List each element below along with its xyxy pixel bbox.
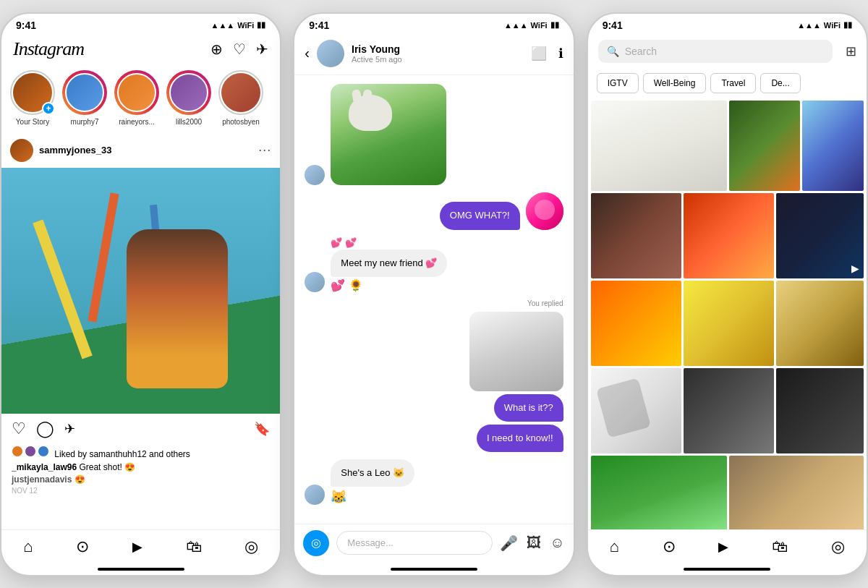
grid-cell[interactable] — [591, 101, 727, 191]
nav-shop[interactable]: 🛍 — [772, 537, 788, 556]
chat-username: Iris Young — [352, 43, 402, 55]
tab-wellbeing[interactable]: Well-Being — [643, 73, 707, 93]
chat-input-icons: 🎤 🖼 ☺ — [500, 534, 564, 552]
grid-cell[interactable] — [729, 101, 800, 191]
add-story-button[interactable]: + — [42, 102, 55, 115]
grid-cell[interactable] — [776, 368, 864, 453]
gallery-icon[interactable]: 🖼 — [527, 534, 541, 551]
messenger-icon[interactable]: ✈ — [256, 41, 268, 58]
chat-user-avatar — [317, 40, 344, 67]
info-icon[interactable]: ℹ — [558, 46, 563, 61]
story-your[interactable]: + Your Story — [10, 70, 55, 126]
status-bar-chat: 9:41 ▲▲▲ WiFi ▮▮ — [294, 14, 573, 34]
post-date: NOV 12 — [1, 485, 280, 499]
nav-profile[interactable]: ◎ — [831, 537, 845, 556]
bottom-nav-feed: ⌂ ⊙ ▶ 🛍 ◎ — [1, 529, 280, 568]
nav-home[interactable]: ⌂ — [23, 537, 33, 556]
post-more-icon[interactable]: ··· — [258, 142, 271, 158]
post-comment: justjennadavis 😍 — [1, 474, 280, 485]
back-button[interactable]: ‹ — [305, 45, 310, 61]
chat-user-text: Iris Young Active 5m ago — [352, 43, 402, 64]
grid-cell[interactable] — [684, 281, 774, 366]
phone-explore: 9:41 ▲▲▲ WiFi ▮▮ 🔍 Search ⊞ IGTV Well-Be… — [587, 12, 868, 576]
tab-igtv[interactable]: IGTV — [597, 73, 639, 93]
sticker-icon[interactable]: ☺ — [550, 534, 564, 551]
instagram-logo: Instagram — [13, 38, 84, 60]
status-time: 9:41 — [603, 20, 623, 31]
grid-cell[interactable] — [802, 101, 864, 191]
heart-icon[interactable]: ♡ — [233, 41, 246, 58]
explore-grid: ▶ — [588, 99, 867, 529]
grid-cell[interactable] — [591, 368, 681, 453]
reply-label: You replied — [527, 299, 563, 307]
status-bar-explore: 9:41 ▲▲▲ WiFi ▮▮ — [588, 14, 867, 34]
grid-cell[interactable] — [684, 193, 774, 278]
signal-icon: ▲▲▲ — [504, 21, 528, 30]
comment-button[interactable]: ◯ — [36, 419, 54, 438]
chat-messages: OMG WHAT?! 💕 💕 Meet my new friend 💕 💕 🌻 — [294, 75, 573, 524]
story-label: photosbyen — [222, 118, 260, 126]
status-icons: ▲▲▲ WiFi ▮▮ — [211, 20, 266, 30]
nav-search[interactable]: ⊙ — [663, 537, 676, 556]
paw-emoji: 💕 — [331, 279, 345, 291]
grid-cell[interactable]: ▶ — [776, 193, 864, 278]
search-input[interactable]: Search — [625, 46, 824, 57]
received-image — [331, 84, 446, 185]
grid-row-5 — [591, 456, 864, 529]
caption-username: _mikayla_law96 — [12, 462, 77, 472]
wifi-icon: WiFi — [824, 21, 841, 30]
message-input[interactable]: Message... — [336, 531, 493, 555]
reels-overlay-icon: ▶ — [851, 263, 859, 274]
message-leo: She's a Leo 🐱 😹 — [305, 459, 563, 505]
comment-username: justjennadavis — [12, 474, 72, 485]
message-placeholder: Message... — [347, 537, 393, 548]
post-actions-left: ♡ ◯ ✈ — [12, 419, 75, 438]
nav-home[interactable]: ⌂ — [610, 537, 619, 556]
battery-icon: ▮▮ — [843, 20, 852, 30]
like-button[interactable]: ♡ — [12, 419, 26, 438]
story-murphy7[interactable]: murphy7 — [62, 70, 107, 126]
search-bar[interactable]: 🔍 Search — [598, 40, 833, 63]
grid-cell[interactable] — [776, 281, 864, 366]
qr-icon[interactable]: ⊞ — [846, 43, 856, 59]
story-lills2000[interactable]: lills2000 — [166, 70, 211, 126]
phone-chat: 9:41 ▲▲▲ WiFi ▮▮ ‹ Iris Young Active 5m … — [293, 12, 574, 576]
video-call-icon[interactable]: ⬜ — [531, 46, 547, 61]
grid-cell[interactable] — [591, 281, 681, 366]
share-button[interactable]: ✈ — [64, 421, 75, 437]
story-photosbyen[interactable]: photosbyen — [218, 70, 263, 126]
post-avatar — [10, 139, 33, 162]
nav-search[interactable]: ⊙ — [76, 537, 89, 556]
search-icon: 🔍 — [607, 46, 619, 57]
nav-profile[interactable]: ◎ — [244, 537, 258, 556]
post-user[interactable]: sammyjones_33 — [10, 139, 111, 162]
wifi-icon: WiFi — [237, 21, 254, 30]
grid-cell[interactable] — [729, 456, 864, 529]
status-icons: ▲▲▲ WiFi ▮▮ — [504, 20, 559, 30]
new-post-icon[interactable]: ⊕ — [210, 41, 223, 58]
grid-cell[interactable] — [591, 193, 681, 278]
nav-reels[interactable]: ▶ — [132, 539, 142, 555]
sender-avatar — [305, 272, 325, 292]
save-button[interactable]: 🔖 — [254, 421, 270, 437]
caption-text: Great shot! 😍 — [79, 462, 135, 472]
nav-shop[interactable]: 🛍 — [186, 537, 202, 556]
message-new-friend: 💕 💕 Meet my new friend 💕 💕 🌻 — [305, 237, 563, 292]
received-bubble-friend: Meet my new friend 💕 — [331, 250, 447, 277]
header-icons: ⊕ ♡ ✈ — [210, 41, 268, 58]
mic-icon[interactable]: 🎤 — [500, 534, 518, 552]
status-time: 9:41 — [16, 20, 36, 31]
camera-button[interactable]: ◎ — [303, 530, 329, 556]
battery-icon: ▮▮ — [257, 20, 265, 30]
grid-cell[interactable] — [591, 456, 727, 529]
story-raineyors[interactable]: raineyors... — [114, 70, 159, 126]
tab-travel[interactable]: Travel — [710, 73, 756, 93]
reply-group: You replied What is it?? I need to know!… — [469, 299, 563, 452]
story-label: Your Story — [16, 118, 49, 126]
grid-cell[interactable] — [684, 368, 774, 453]
nav-reels[interactable]: ▶ — [718, 539, 728, 555]
sent-bubble-whatisit: What is it?? — [494, 394, 563, 422]
received-bubble-leo: She's a Leo 🐱 — [331, 459, 414, 487]
post-image — [1, 168, 280, 414]
tab-more[interactable]: De... — [760, 73, 800, 93]
